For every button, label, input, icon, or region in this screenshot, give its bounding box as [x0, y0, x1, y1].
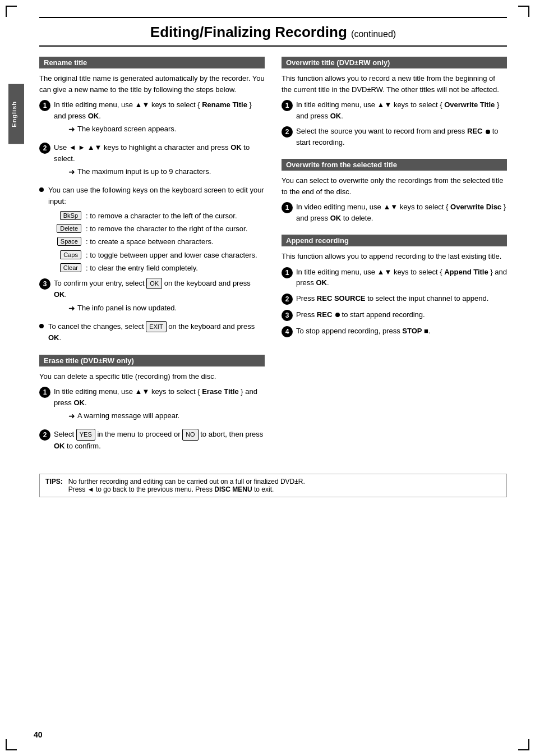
key-clear-cell: Clear — [50, 263, 81, 272]
erase-step2-content: Select YES in the menu to proceed or NO … — [54, 429, 265, 451]
overwrite-title-header: Overwrite title (DVD±RW only) — [282, 57, 507, 68]
rename-step2-arrow: ➜ The maximum input is up to 9 character… — [68, 166, 265, 178]
erase-step2: 2 Select YES in the menu to proceed or N… — [39, 429, 265, 451]
overwrite-selected-intro: You can select to overwrite only the rec… — [282, 175, 507, 197]
page: English Editing/Finalizing Recording (co… — [0, 0, 535, 756]
key-delete: Delete — [57, 224, 81, 233]
bullet-dot — [39, 187, 44, 192]
rename-bullet1-text: You can use the following keys on the ke… — [48, 185, 265, 207]
key-row-bksp: BkSp : to remove a character to the left… — [50, 211, 265, 221]
rename-step1-content: In title editing menu, use ▲▼ keys to se… — [54, 99, 265, 138]
tips-label: TIPS: — [45, 478, 63, 493]
key-bksp: BkSp — [60, 211, 81, 220]
rename-intro: The original title name is generated aut… — [39, 73, 265, 95]
key-list: BkSp : to remove a character to the left… — [50, 211, 265, 273]
overwrite-title-intro: This function allows you to record a new… — [282, 73, 507, 95]
tips-box: TIPS: No further recording and editing c… — [39, 474, 507, 497]
overwrite-step1-content: In title editing menu, use ▲▼ keys to se… — [296, 99, 507, 121]
erase-step1-num: 1 — [39, 387, 50, 398]
overwrite-sel-step1-num: 1 — [282, 202, 293, 213]
key-no: NO — [182, 429, 199, 441]
key-exit: EXIT — [146, 321, 166, 333]
rename-step2-content: Use ◄ ► ▲▼ keys to highlight a character… — [54, 142, 265, 180]
append-step1-content: In title editing menu, use ▲▼ keys to se… — [296, 267, 507, 288]
step2-num: 2 — [39, 143, 50, 154]
rename-bullet1-label: You can use the following keys on the ke… — [48, 186, 264, 205]
rename-title-header: Rename title — [39, 57, 265, 68]
title-continued: (continued) — [351, 29, 396, 39]
step1-num: 1 — [39, 100, 50, 111]
erase-step1: 1 In title editing menu, use ▲▼ keys to … — [39, 386, 265, 424]
key-caps-cell: Caps — [50, 250, 81, 259]
corner-bl — [6, 739, 17, 750]
rename-step1-arrow-text: The keyboard screen appears. — [77, 123, 176, 135]
bullet-dot2 — [39, 324, 44, 328]
key-yes: YES — [76, 429, 95, 441]
key-row-space: Space : to create a space between charac… — [50, 237, 265, 247]
key-delete-cell: Delete — [50, 224, 81, 233]
key-delete-desc: : to remove the character to the right o… — [86, 224, 265, 234]
overwrite-step2-content: Select the source you want to record fro… — [296, 126, 507, 148]
rename-step2-arrow-text: The maximum input is up to 9 characters. — [77, 166, 211, 177]
rename-step3-arrow: ➜ The info panel is now updated. — [68, 303, 265, 314]
corner-tl — [6, 6, 17, 17]
erase-title-section: Erase title (DVD±RW only) You can delete… — [39, 355, 265, 452]
key-row-delete: Delete : to remove the character to the … — [50, 224, 265, 234]
rename-title-section: Rename title The original title name is … — [39, 57, 265, 343]
arrow2-icon: ➜ — [68, 166, 75, 178]
erase-step1-arrow-text: A warning message will appear. — [77, 410, 179, 421]
key-row-clear: Clear : to clear the entry field complet… — [50, 263, 265, 273]
rename-bullet1: You can use the following keys on the ke… — [39, 185, 265, 207]
append-step4: 4 To stop append recording, press STOP ■… — [282, 326, 507, 337]
key-caps: Caps — [60, 250, 81, 259]
rename-bullet2-content: To cancel the changes, select EXIT on th… — [48, 321, 265, 343]
key-row-caps: Caps : to toggle between upper and lower… — [50, 250, 265, 260]
tips-text1: No further recording and editing can be … — [68, 478, 305, 485]
append-step1-num: 1 — [282, 267, 293, 278]
append-step2-num: 2 — [282, 294, 293, 305]
append-step2: 2 Press REC SOURCE to select the input c… — [282, 293, 507, 305]
page-number: 40 — [34, 730, 43, 739]
key-clear: Clear — [60, 263, 81, 272]
overwrite-sel-step1-content: In video editing menu, use ▲▼ keys to se… — [296, 201, 507, 223]
overwrite-step1: 1 In title editing menu, use ▲▼ keys to … — [282, 99, 507, 121]
key-ok-confirm: OK — [146, 278, 162, 290]
erase-intro: You can delete a specific title (recordi… — [39, 371, 265, 382]
erase-step1-arrow: ➜ A warning message will appear. — [68, 410, 265, 422]
corner-tr — [518, 6, 529, 17]
key-caps-desc: : to toggle between upper and lower case… — [86, 250, 265, 260]
append-recording-section: Append recording This function allows yo… — [282, 235, 507, 337]
right-column: Overwrite title (DVD±RW only) This funct… — [282, 57, 507, 349]
key-space-desc: : to create a space between characters. — [86, 237, 265, 247]
arrow-icon: ➜ — [68, 123, 75, 135]
step3-num: 3 — [39, 278, 50, 290]
overwrite-title-section: Overwrite title (DVD±RW only) This funct… — [282, 57, 507, 148]
title-text: Editing/Finalizing Recording — [150, 24, 347, 40]
append-step1: 1 In title editing menu, use ▲▼ keys to … — [282, 267, 507, 288]
append-step3: 3 Press REC to start append recording. — [282, 309, 507, 321]
overwrite-selected-section: Overwrite from the selected title You ca… — [282, 159, 507, 223]
erase-step2-num: 2 — [39, 429, 50, 441]
arrow3-icon: ➜ — [68, 303, 75, 314]
rename-step1-arrow: ➜ The keyboard screen appears. — [68, 123, 265, 135]
append-step3-num: 3 — [282, 310, 293, 321]
corner-br — [518, 739, 529, 750]
overwrite-step1-num: 1 — [282, 100, 293, 111]
append-step4-content: To stop append recording, press STOP ■. — [296, 326, 507, 337]
overwrite-step2-num: 2 — [282, 126, 293, 138]
append-step3-content: Press REC to start append recording. — [296, 309, 507, 320]
rename-step3: 3 To confirm your entry, select OK on th… — [39, 278, 265, 317]
key-space: Space — [57, 237, 81, 246]
append-step4-num: 4 — [282, 326, 293, 337]
rename-step1: 1 In title editing menu, use ▲▼ keys to … — [39, 99, 265, 138]
key-space-cell: Space — [50, 237, 81, 246]
key-bksp-desc: : to remove a character to the left of t… — [86, 211, 265, 221]
tips-content: No further recording and editing can be … — [68, 478, 305, 493]
rec-dot1 — [486, 130, 490, 134]
append-step2-content: Press REC SOURCE to select the input cha… — [296, 293, 507, 304]
sidebar-label: English — [8, 84, 24, 144]
rename-bullet2: To cancel the changes, select EXIT on th… — [39, 321, 265, 343]
erase-step1-content: In title editing menu, use ▲▼ keys to se… — [54, 386, 265, 424]
erase-title-header: Erase title (DVD±RW only) — [39, 355, 265, 366]
append-intro: This function allows you to append recor… — [282, 251, 507, 262]
